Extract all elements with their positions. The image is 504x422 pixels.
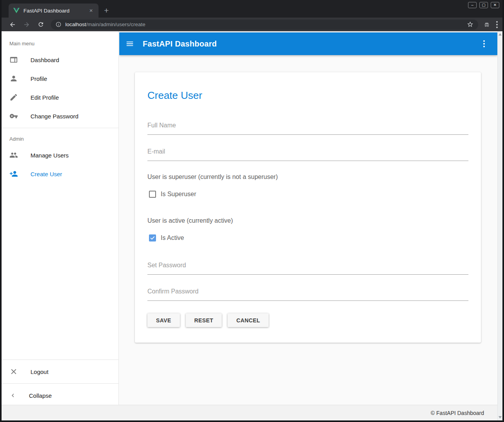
browser-toolbar: localhost/main/admin/users/create: [2, 18, 502, 31]
app-title: FastAPI Dashboard: [143, 39, 217, 48]
people-icon: [9, 151, 18, 159]
page-content: Main menu Dashboard Profile Edit Profile…: [2, 31, 497, 420]
bookmark-star-icon[interactable]: [467, 21, 474, 28]
person-add-icon: [9, 170, 18, 178]
is-superuser-checkbox-row[interactable]: Is Superuser: [147, 191, 468, 198]
save-button[interactable]: SAVE: [147, 313, 180, 327]
sidebar: Main menu Dashboard Profile Edit Profile…: [2, 31, 119, 405]
browser-menu-icon[interactable]: [496, 21, 498, 28]
forward-icon[interactable]: [22, 20, 32, 30]
cancel-button[interactable]: CANCEL: [228, 313, 269, 327]
confirm-password-field[interactable]: [147, 287, 468, 301]
is-active-checkbox[interactable]: [149, 234, 156, 241]
email-field[interactable]: [147, 147, 468, 161]
minimize-button[interactable]: –: [468, 2, 477, 8]
sidebar-item-label: Dashboard: [30, 57, 59, 63]
create-user-card: Create User User is superuser (currently…: [135, 72, 481, 343]
close-icon: [9, 367, 18, 376]
chevron-left-icon: [9, 392, 16, 399]
form-buttons: SAVE RESET CANCEL: [147, 313, 468, 327]
is-superuser-checkbox[interactable]: [149, 191, 156, 198]
sidebar-item-label: Logout: [30, 368, 48, 375]
toolbar-right: [483, 21, 498, 28]
confirm-password-group: [147, 287, 468, 301]
is-active-label: Is Active: [161, 234, 184, 241]
sidebar-item-label: Create User: [30, 171, 62, 177]
sidebar-item-label: Change Password: [30, 113, 79, 120]
sidebar-item-dashboard[interactable]: Dashboard: [2, 50, 118, 69]
pencil-icon: [9, 93, 18, 102]
tab-title: FastAPI Dashboard: [23, 8, 88, 14]
incognito-icon: [483, 21, 491, 28]
close-window-button[interactable]: ✕: [491, 2, 499, 8]
email-group: [147, 147, 468, 161]
active-help-text: User is active (currently active): [147, 217, 468, 224]
sidebar-divider: [2, 128, 118, 128]
superuser-help-text: User is superuser (currently is not a su…: [147, 173, 468, 181]
sidebar-item-label: Collapse: [29, 392, 52, 399]
sidebar-item-logout[interactable]: Logout: [2, 362, 118, 381]
set-password-field[interactable]: [147, 261, 468, 275]
sidebar-item-profile[interactable]: Profile: [2, 69, 118, 88]
tab-strip: FastAPI Dashboard × + – ▢ ✕: [2, 0, 502, 18]
is-superuser-label: Is Superuser: [161, 191, 196, 198]
is-active-checkbox-row[interactable]: Is Active: [147, 234, 468, 241]
sidebar-section-main-menu: Main menu: [9, 41, 118, 46]
set-password-group: [147, 261, 468, 275]
main-area: FastAPI Dashboard Create User User is su…: [119, 31, 497, 405]
key-icon: [9, 112, 18, 120]
site-info-icon[interactable]: [56, 21, 61, 27]
window-controls: – ▢ ✕: [468, 2, 499, 8]
url-text: localhost/main/admin/users/create: [65, 21, 467, 27]
vue-logo-icon: [13, 8, 20, 13]
app-bar: FastAPI Dashboard: [119, 32, 497, 55]
page-title: Create User: [147, 89, 468, 102]
browser-tab[interactable]: FastAPI Dashboard ×: [9, 4, 99, 18]
tab-close-icon[interactable]: ×: [88, 7, 95, 14]
hamburger-menu-icon[interactable]: [126, 39, 134, 48]
sidebar-divider: [2, 359, 118, 360]
footer-text: © FastAPI Dashboard: [431, 410, 484, 416]
sidebar-item-label: Edit Profile: [30, 94, 59, 101]
browser-window: FastAPI Dashboard × + – ▢ ✕ localhost/ma…: [0, 0, 504, 422]
app-footer: © FastAPI Dashboard: [2, 405, 497, 420]
address-bar[interactable]: localhost/main/admin/users/create: [51, 20, 478, 30]
appbar-menu-icon[interactable]: [477, 37, 491, 51]
scroll-up-icon[interactable]: [499, 33, 502, 36]
back-icon[interactable]: [7, 20, 18, 30]
sidebar-divider: [2, 383, 118, 384]
url-host: localhost: [65, 21, 86, 27]
page-scrollbar[interactable]: [497, 31, 502, 420]
new-tab-button[interactable]: +: [104, 4, 109, 18]
sidebar-section-admin: Admin: [9, 136, 118, 142]
sidebar-item-manage-users[interactable]: Manage Users: [2, 146, 118, 165]
sidebar-item-collapse[interactable]: Collapse: [2, 386, 118, 405]
sidebar-item-edit-profile[interactable]: Edit Profile: [2, 88, 118, 107]
full-name-group: [147, 121, 468, 135]
person-icon: [9, 74, 18, 83]
reload-icon[interactable]: [36, 20, 46, 30]
sidebar-item-change-password[interactable]: Change Password: [2, 107, 118, 125]
full-name-field[interactable]: [147, 121, 468, 135]
sidebar-item-label: Profile: [30, 75, 47, 82]
reset-button[interactable]: RESET: [186, 313, 222, 327]
sidebar-item-create-user[interactable]: Create User: [2, 165, 118, 183]
sidebar-item-label: Manage Users: [30, 152, 69, 159]
dashboard-icon: [9, 55, 18, 64]
maximize-button[interactable]: ▢: [479, 2, 488, 8]
url-path: /main/admin/users/create: [86, 21, 145, 27]
scroll-down-icon[interactable]: [499, 416, 502, 418]
